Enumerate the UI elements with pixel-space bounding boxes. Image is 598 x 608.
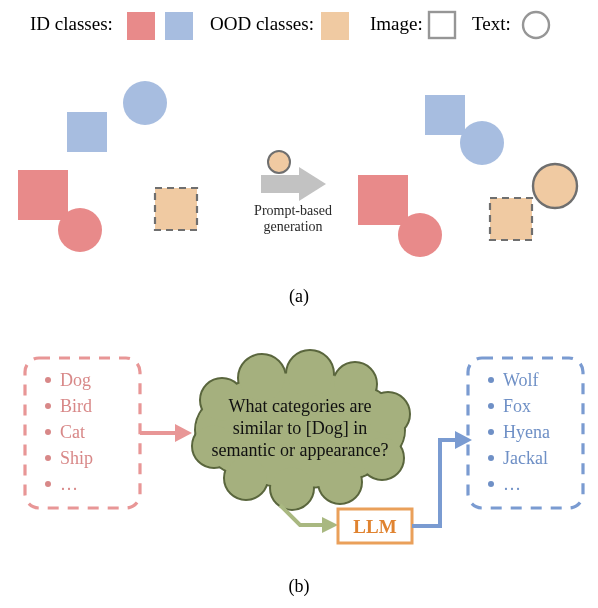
svg-point-36 — [488, 429, 494, 435]
left-ood-square — [155, 188, 197, 230]
svg-point-35 — [488, 403, 494, 409]
left-red-square — [18, 170, 68, 220]
question-line3: semantic or appearance? — [212, 440, 389, 460]
svg-point-26 — [368, 394, 409, 435]
generation-arrow — [261, 151, 326, 201]
svg-point-23 — [240, 356, 285, 401]
legend-image-icon — [429, 12, 455, 38]
legend-blue-square — [165, 12, 193, 40]
subfigure-a-label: (a) — [289, 286, 309, 307]
left-red-circle — [58, 208, 102, 252]
output-item-3: Jackal — [503, 448, 548, 468]
svg-point-29 — [272, 468, 313, 509]
svg-point-5 — [45, 429, 51, 435]
legend-text-icon — [523, 12, 549, 38]
svg-rect-0 — [261, 175, 299, 193]
right-blue-square — [425, 95, 465, 135]
svg-point-6 — [45, 455, 51, 461]
output-list: Wolf Fox Hyena Jackal … — [488, 370, 550, 494]
subfigure-b-label: (b) — [289, 576, 310, 597]
svg-point-38 — [488, 481, 494, 487]
legend-ood-label: OOD classes: — [210, 13, 314, 34]
input-list: Dog Bird Cat Ship … — [45, 370, 93, 494]
right-ood-square — [490, 198, 532, 240]
right-red-circle — [398, 213, 442, 257]
input-item-0: Dog — [60, 370, 91, 390]
legend-image-label: Image: — [370, 13, 423, 34]
svg-point-24 — [288, 352, 333, 397]
output-item-4: … — [503, 474, 521, 494]
input-item-2: Cat — [60, 422, 85, 442]
svg-point-3 — [45, 377, 51, 383]
svg-point-37 — [488, 455, 494, 461]
output-item-2: Hyena — [503, 422, 550, 442]
question-line2: similar to [Dog] in — [233, 418, 367, 438]
svg-marker-9 — [175, 424, 192, 442]
input-to-cloud-arrow — [140, 424, 192, 442]
legend-orange-square — [321, 12, 349, 40]
right-red-square — [358, 175, 408, 225]
legend-id-label: ID classes: — [30, 13, 113, 34]
llm-label: LLM — [353, 516, 396, 537]
output-item-0: Wolf — [503, 370, 539, 390]
arrow-caption-line2: generation — [263, 219, 322, 234]
svg-point-34 — [488, 377, 494, 383]
right-ood-circle — [533, 164, 577, 208]
svg-point-4 — [45, 403, 51, 409]
input-item-4: … — [60, 474, 78, 494]
question-line1: What categories are — [229, 396, 372, 416]
output-item-1: Fox — [503, 396, 531, 416]
svg-point-28 — [320, 462, 361, 503]
input-item-1: Bird — [60, 396, 92, 416]
svg-marker-32 — [322, 517, 338, 533]
svg-marker-1 — [299, 167, 326, 201]
svg-point-2 — [268, 151, 290, 173]
legend-red-square — [127, 12, 155, 40]
right-blue-circle — [460, 121, 504, 165]
input-item-3: Ship — [60, 448, 93, 468]
left-blue-square — [67, 112, 107, 152]
svg-point-7 — [45, 481, 51, 487]
legend-text-label: Text: — [472, 13, 511, 34]
left-blue-circle — [123, 81, 167, 125]
svg-point-30 — [226, 458, 267, 499]
arrow-caption-line1: Prompt-based — [254, 203, 332, 218]
llm-to-output-arrow — [412, 431, 472, 526]
